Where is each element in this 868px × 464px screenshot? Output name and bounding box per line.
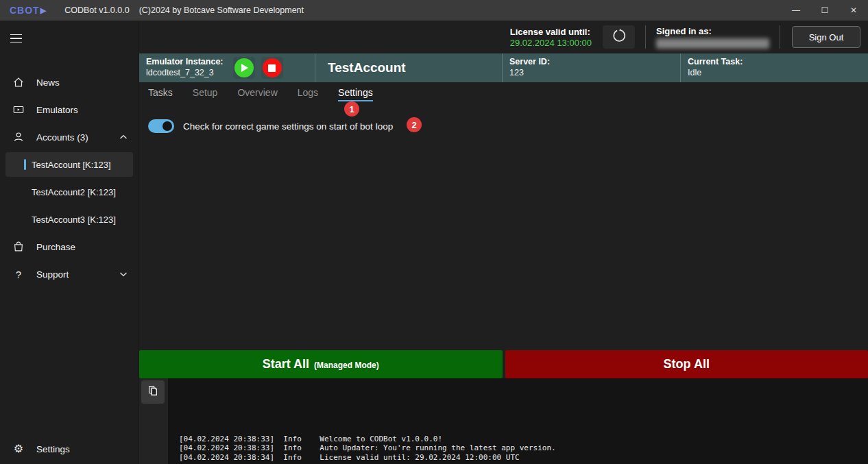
logo-play-icon: ▶: [40, 6, 47, 15]
maximize-icon[interactable]: ☐: [810, 0, 839, 21]
license-block: License valid until: 29.02.2024 13:00:00: [510, 27, 592, 48]
server-id-label: Server ID:: [509, 57, 550, 68]
sidebar-item-label: Accounts (3): [36, 132, 88, 143]
log-line: [04.02.2024 20:38:34] Info License valid…: [179, 453, 556, 463]
settings-tab-content: Tasks Setup Overview Logs Settings 1 Che…: [139, 82, 868, 350]
log-panel: [04.02.2024 20:38:33] Info Welcome to CO…: [139, 378, 868, 464]
bulk-actions-bar: Start All (Managed Mode) Stop All: [139, 350, 868, 378]
account-label: TestAccount3 [K:123]: [32, 215, 116, 225]
refresh-license-button[interactable]: [603, 25, 635, 49]
current-task-section: Current Task: Idle: [681, 53, 868, 82]
app-title: CODBot v1.0.0.0: [64, 5, 130, 15]
copyright-text: (C)2024 by Botcave Software Development: [139, 5, 304, 15]
title-bar: CBOT▶ CODBot v1.0.0.0 (C)2024 by Botcave…: [0, 0, 868, 21]
top-bar: License valid until: 29.02.2024 13:00:00…: [139, 21, 868, 53]
minimize-icon[interactable]: —: [782, 0, 810, 21]
sidebar-item-accounts[interactable]: Accounts (3): [0, 123, 138, 151]
signed-in-label: Signed in as:: [656, 26, 769, 36]
chevron-up-icon: [119, 134, 128, 140]
close-icon[interactable]: ✕: [839, 0, 868, 21]
account-label: TestAccount [K:123]: [32, 160, 111, 170]
game-settings-check-toggle[interactable]: [148, 119, 174, 133]
log-line: [04.02.2024 20:38:33] Info Auto Updater:…: [179, 443, 556, 453]
current-task-label: Current Task:: [688, 57, 743, 68]
question-mark-icon: ?: [12, 269, 25, 280]
tab-setup[interactable]: Setup: [193, 87, 218, 101]
start-bot-button[interactable]: [233, 57, 255, 79]
log-lines: [04.02.2024 20:38:33] Info Welcome to CO…: [179, 435, 556, 463]
current-task-value: Idle: [688, 68, 743, 79]
log-output[interactable]: [04.02.2024 20:38:33] Info Welcome to CO…: [168, 378, 868, 464]
tab-settings[interactable]: Settings: [338, 87, 373, 101]
selected-indicator: [24, 159, 26, 170]
chevron-down-icon: [119, 271, 128, 277]
sidebar-item-label: News: [36, 77, 60, 88]
sidebar-account-testaccount2[interactable]: TestAccount2 [K:123]: [0, 178, 138, 206]
app-logo: CBOT▶: [10, 5, 47, 16]
logo-text: CBOT: [10, 5, 40, 16]
emulator-instance-value: ldcodtest_7_32_3: [146, 68, 224, 79]
game-settings-check-label: Check for correct game settings on start…: [183, 121, 393, 132]
game-settings-check-row: Check for correct game settings on start…: [148, 119, 868, 133]
sidebar-item-label: Emulators: [36, 105, 78, 115]
stop-all-button[interactable]: Stop All: [505, 350, 868, 378]
start-all-button[interactable]: Start All (Managed Mode): [139, 350, 503, 378]
person-icon: [12, 131, 25, 143]
sidebar: News Emulators Accounts (3) TestAccount …: [0, 21, 139, 464]
stop-all-label: Stop All: [664, 357, 710, 371]
window-title: CODBot v1.0.0.0 (C)2024 by Botcave Softw…: [64, 5, 304, 15]
account-name: TestAccount: [315, 60, 406, 75]
stop-bot-button[interactable]: [261, 57, 283, 79]
log-toolbar: [139, 378, 168, 464]
tab-overview[interactable]: Overview: [237, 87, 277, 101]
gear-icon: ⚙: [12, 443, 25, 454]
stop-icon: [263, 58, 282, 77]
tutorial-badge-2: 2: [407, 117, 422, 132]
account-name-section: TestAccount: [315, 53, 503, 82]
window-controls: — ☐ ✕: [782, 0, 868, 21]
managed-mode-label: (Managed Mode): [314, 358, 379, 370]
home-icon: [12, 76, 25, 88]
server-id-value: 123: [509, 68, 550, 79]
sidebar-account-testaccount[interactable]: TestAccount [K:123]: [5, 152, 133, 177]
emulator-status-bar: Emulator Instance: ldcodtest_7_32_3 Test…: [139, 53, 868, 82]
log-line: [04.02.2024 20:38:33] Info Welcome to CO…: [179, 435, 556, 444]
signed-in-block: Signed in as:: [656, 26, 769, 49]
tab-tasks[interactable]: Tasks: [148, 87, 173, 101]
play-icon: [234, 58, 254, 77]
copy-log-button[interactable]: [141, 380, 165, 404]
emulator-instance-section: Emulator Instance: ldcodtest_7_32_3: [139, 53, 315, 82]
tab-bar: Tasks Setup Overview Logs Settings: [148, 82, 868, 101]
license-value: 29.02.2024 13:00:00: [510, 38, 592, 48]
refresh-icon: [612, 28, 627, 46]
shopping-bag-icon: [12, 241, 25, 253]
tutorial-badge-1: 1: [344, 101, 359, 117]
sidebar-item-emulators[interactable]: Emulators: [0, 96, 138, 123]
divider: [645, 25, 646, 49]
emulator-instance-label: Emulator Instance:: [146, 57, 224, 68]
sidebar-item-news[interactable]: News: [0, 69, 138, 96]
sidebar-item-support[interactable]: ? Support: [0, 260, 138, 288]
account-label: TestAccount2 [K:123]: [32, 187, 116, 197]
sign-out-button[interactable]: Sign Out: [792, 26, 860, 48]
emulator-icon: [12, 103, 25, 116]
sidebar-item-label: Settings: [36, 444, 70, 454]
license-label: License valid until:: [510, 27, 592, 37]
sidebar-item-purchase[interactable]: Purchase: [0, 233, 138, 260]
sidebar-item-label: Support: [36, 269, 69, 280]
start-all-label: Start All: [263, 357, 309, 371]
copy-icon: [147, 384, 159, 400]
tab-logs[interactable]: Logs: [298, 87, 318, 101]
toggle-knob: [162, 121, 172, 131]
signed-in-email-redacted: [656, 38, 769, 49]
hamburger-menu-icon[interactable]: [10, 31, 28, 46]
sidebar-account-testaccount3[interactable]: TestAccount3 [K:123]: [0, 206, 138, 233]
divider: [780, 25, 780, 49]
sidebar-item-settings[interactable]: ⚙ Settings: [0, 434, 138, 464]
sidebar-item-label: Purchase: [36, 242, 75, 252]
server-id-section: Server ID: 123: [503, 53, 681, 82]
